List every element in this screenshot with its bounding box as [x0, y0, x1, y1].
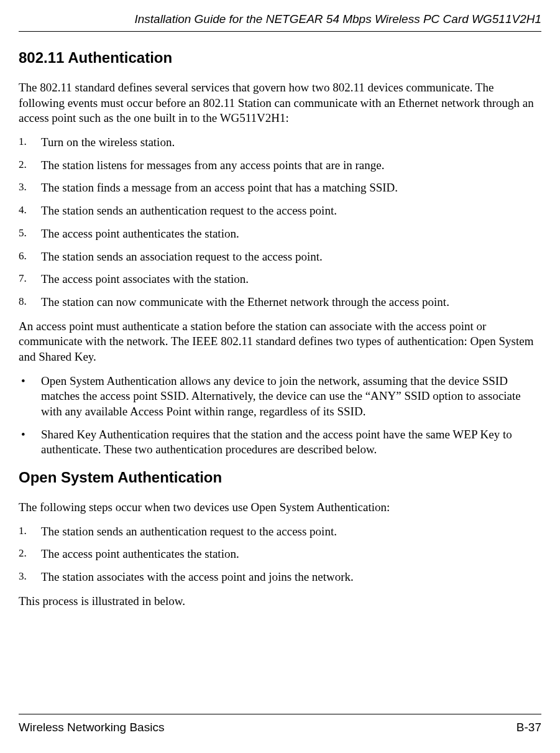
- list-item: The station finds a message from an acce…: [19, 180, 541, 196]
- page-footer: Wireless Networking Basics B-37: [19, 714, 541, 734]
- open-system-outro: This process is illustrated in below.: [19, 594, 541, 609]
- footer-left: Wireless Networking Basics: [19, 721, 164, 734]
- footer-right: B-37: [516, 721, 541, 734]
- list-item: The access point authenticates the stati…: [19, 226, 541, 242]
- list-item: The station sends an authentication requ…: [19, 203, 541, 219]
- intro-paragraph-1: The 802.11 standard defines several serv…: [19, 80, 541, 126]
- list-item: The station sends an authentication requ…: [19, 524, 541, 540]
- list-item: The station can now communicate with the…: [19, 295, 541, 310]
- list-item: Shared Key Authentication requires that …: [19, 427, 541, 458]
- list-item: The station associates with the access p…: [19, 570, 541, 585]
- section-heading-open-system: Open System Authentication: [19, 469, 541, 486]
- auth-types-bullets: Open System Authentication allows any de…: [19, 374, 541, 458]
- list-item: Open System Authentication allows any de…: [19, 374, 541, 420]
- list-item: The station listens for messages from an…: [19, 158, 541, 173]
- section-heading-auth: 802.11 Authentication: [19, 49, 541, 67]
- auth-steps-list: Turn on the wireless station. The statio…: [19, 135, 541, 310]
- list-item: The station sends an association request…: [19, 249, 541, 265]
- list-item: The access point associates with the sta…: [19, 272, 541, 287]
- auth-types-paragraph: An access point must authenticate a stat…: [19, 319, 541, 365]
- list-item: Turn on the wireless station.: [19, 135, 541, 150]
- open-system-intro: The following steps occur when two devic…: [19, 500, 541, 515]
- header-title: Installation Guide for the NETGEAR 54 Mb…: [134, 12, 541, 25]
- page-header: Installation Guide for the NETGEAR 54 Mb…: [19, 12, 541, 32]
- list-item: The access point authenticates the stati…: [19, 547, 541, 562]
- open-system-steps-list: The station sends an authentication requ…: [19, 524, 541, 585]
